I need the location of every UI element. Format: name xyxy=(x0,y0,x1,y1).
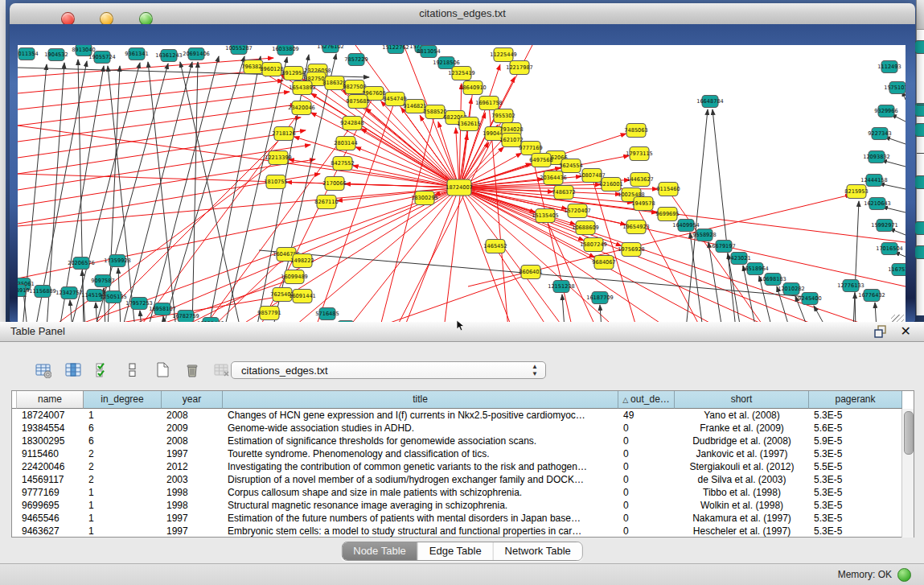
table-vertical-scrollbar[interactable] xyxy=(901,409,914,538)
graph-node[interactable]: 15992971 xyxy=(871,220,898,232)
graph-node[interactable]: 1167533 xyxy=(888,264,906,276)
graph-node[interactable]: 2718126 xyxy=(272,127,295,141)
graph-node[interactable]: 19756928 xyxy=(618,243,645,257)
table-row[interactable]: 946554611997Estimation of the future num… xyxy=(12,512,914,525)
network-view-window[interactable]: citations_edges.txt 20113541904532891304… xyxy=(10,3,915,322)
graph-node[interactable]: 9423021 xyxy=(727,253,750,265)
table-row[interactable]: 969969511998Structural magnetic resonanc… xyxy=(12,499,914,512)
graph-node[interactable]: 6679197 xyxy=(712,241,735,253)
graph-node[interactable]: 1362615 xyxy=(457,117,480,131)
graph-node[interactable]: 9857791 xyxy=(257,307,281,320)
graph-node[interactable]: 9242848 xyxy=(340,117,363,130)
graph-node[interactable]: 7486372 xyxy=(552,186,575,200)
column-header-year[interactable]: year xyxy=(162,391,223,409)
table-row[interactable]: 1938455462009Genome-wide association stu… xyxy=(12,422,914,435)
graph-node[interactable]: 2011354 xyxy=(18,48,39,60)
graph-node[interactable]: 12325419 xyxy=(448,67,475,80)
graph-node[interactable]: 7955302 xyxy=(491,109,515,123)
column-header-out_de[interactable]: △out_de… xyxy=(618,391,675,409)
graph-node[interactable]: 16099489 xyxy=(281,270,308,284)
graph-node[interactable]: 3624554 xyxy=(559,159,582,173)
graph-node[interactable]: 1949578 xyxy=(631,197,655,211)
graph-node[interactable]: 2803144 xyxy=(334,137,357,150)
graph-node[interactable]: 12213399 xyxy=(265,151,292,165)
graph-node[interactable]: 9699695 xyxy=(655,208,679,221)
tab-node-table[interactable]: Node Table xyxy=(342,542,418,560)
table-row[interactable]: 1872400712008Changes of HCN gene express… xyxy=(12,409,914,422)
graph-node[interactable]: 17016504 xyxy=(876,243,903,255)
table-selector-dropdown[interactable]: citations_edges.txt ▲▼ xyxy=(231,361,546,379)
graph-node[interactable]: 8912954 xyxy=(281,67,305,80)
delete-table-icon[interactable] xyxy=(211,359,233,381)
graph-node[interactable]: 12342757 xyxy=(55,287,83,299)
graph-node[interactable]: 18300295 xyxy=(411,192,438,205)
graph-node[interactable]: 8267110 xyxy=(314,196,338,209)
graph-node[interactable]: 15751074 xyxy=(884,82,906,94)
graph-node[interactable]: 8427552 xyxy=(331,157,354,171)
table-settings-icon[interactable] xyxy=(32,359,55,381)
new-document-icon[interactable] xyxy=(151,359,174,381)
graph-node[interactable]: 8215953 xyxy=(844,185,868,199)
graph-node[interactable]: 20364436 xyxy=(540,171,567,185)
graph-node[interactable]: 16187709 xyxy=(586,292,614,304)
graph-node[interactable]: 17359928 xyxy=(104,255,131,267)
graph-node[interactable]: 16361243 xyxy=(155,50,183,62)
graph-node[interactable]: 15122762 xyxy=(382,45,409,54)
graph-node[interactable]: 9097587 xyxy=(91,275,114,287)
graph-node[interactable]: 12776133 xyxy=(837,280,864,292)
table-row[interactable]: 977716911998Corpus callosum shape and si… xyxy=(12,486,914,499)
graph-node[interactable]: 9329966 xyxy=(874,105,897,117)
graph-node[interactable]: 16961758 xyxy=(475,97,503,110)
graph-node[interactable]: 18640910 xyxy=(459,81,487,95)
graph-node[interactable]: 1904532 xyxy=(44,49,68,61)
graph-node[interactable]: 7857229 xyxy=(344,54,368,66)
table-column-icon[interactable] xyxy=(62,359,84,381)
graph-node[interactable]: 14463627 xyxy=(626,173,654,187)
graph-node[interactable]: 11225449 xyxy=(490,48,517,62)
table-row[interactable]: 1830029562008Estimation of significance … xyxy=(12,435,914,447)
graph-node[interactable]: 1810755 xyxy=(264,175,287,189)
scrollbar-thumb[interactable] xyxy=(904,411,914,455)
graph-node[interactable]: 12217987 xyxy=(506,61,533,75)
select-rows-icon[interactable] xyxy=(92,359,114,381)
tab-network-table[interactable]: Network Table xyxy=(494,542,582,560)
graph-node[interactable]: 15720407 xyxy=(564,204,591,218)
graph-node[interactable]: 1112493 xyxy=(877,61,901,73)
graph-node[interactable]: 16091441 xyxy=(289,290,316,303)
graph-node[interactable]: 15135405 xyxy=(532,209,559,223)
table-row[interactable]: 1456911722003Disruption of a novel membe… xyxy=(12,473,914,486)
graph-node[interactable]: 10698183 xyxy=(759,274,786,286)
graph-node[interactable]: 10688609 xyxy=(572,221,599,235)
graph-node[interactable]: 9361341 xyxy=(125,48,148,60)
graph-node[interactable]: 7485063 xyxy=(624,124,647,138)
window-titlebar[interactable]: citations_edges.txt xyxy=(10,3,915,25)
graph-node[interactable]: 20691406 xyxy=(183,48,210,60)
graph-node[interactable]: 10055287 xyxy=(225,45,253,55)
column-header-title[interactable]: title xyxy=(223,391,618,409)
column-header-short[interactable]: short xyxy=(675,391,809,409)
graph-node[interactable]: 17973115 xyxy=(626,147,653,161)
delete-trash-icon[interactable] xyxy=(181,359,203,381)
graph-node[interactable]: 9875685 xyxy=(346,95,369,109)
graph-node[interactable]: 23420046 xyxy=(288,101,315,115)
graph-node[interactable]: 15276102 xyxy=(317,45,344,53)
graph-node[interactable]: 16648784 xyxy=(696,96,724,108)
graph-node[interactable]: 16776432 xyxy=(858,290,885,302)
graph-node[interactable]: 1465452 xyxy=(483,240,507,253)
graph-node[interactable]: 16033809 xyxy=(272,45,299,56)
graph-node[interactable]: 12151238 xyxy=(548,281,575,293)
column-header-name[interactable]: name xyxy=(17,391,84,409)
table-row[interactable]: 2242004622012Investigating the contribut… xyxy=(12,460,914,473)
graph-node[interactable]: 2170066 xyxy=(322,177,346,191)
tab-edge-table[interactable]: Edge Table xyxy=(418,542,494,560)
graph-node[interactable]: 6216001 xyxy=(599,178,622,192)
graph-node[interactable]: 16543892 xyxy=(289,81,316,95)
graph-hub-node[interactable]: 18724007 xyxy=(446,179,473,196)
graph-node[interactable]: 6497568 xyxy=(529,154,552,167)
graph-node[interactable]: 1498222 xyxy=(290,254,314,268)
column-header-in_degree[interactable]: in_degree xyxy=(84,391,162,409)
table-row[interactable]: 911546021997Tourette syndrome. Phenomeno… xyxy=(12,447,914,460)
table-row[interactable]: 946362711997Embryonic stem cells: a mode… xyxy=(12,525,914,538)
float-panel-icon[interactable] xyxy=(874,325,887,338)
graph-node[interactable]: 12010282 xyxy=(778,283,805,295)
